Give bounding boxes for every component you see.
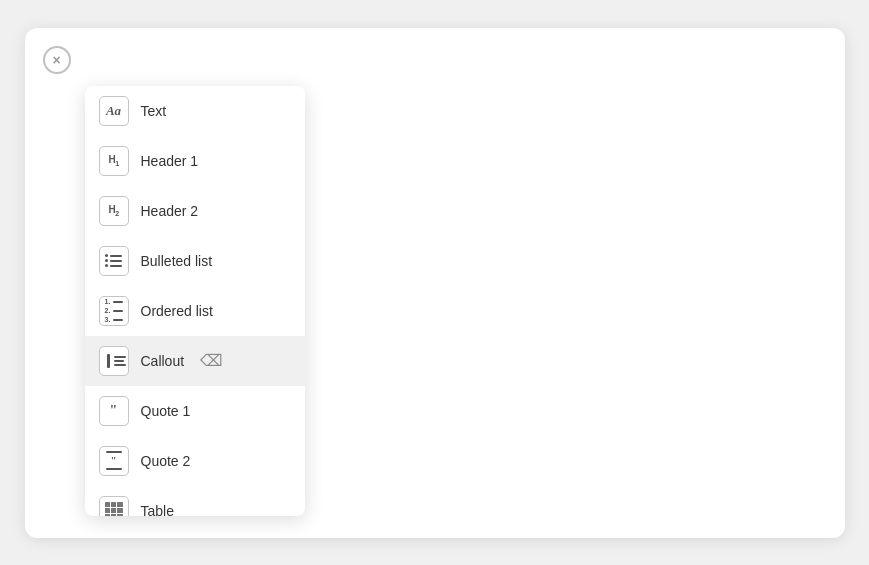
menu-item-quote1[interactable]: " Quote 1 bbox=[85, 386, 305, 436]
close-button[interactable]: × bbox=[43, 46, 71, 74]
header1-icon: H1 bbox=[99, 146, 129, 176]
menu-label-ordered-list: Ordered list bbox=[141, 303, 213, 319]
menu-item-quote2[interactable]: " Quote 2 bbox=[85, 436, 305, 486]
menu-item-bulleted-list[interactable]: Bulleted list bbox=[85, 236, 305, 286]
dropdown-scroll[interactable]: Aa Text H1 Header 1 H2 Header 2 bbox=[85, 86, 305, 516]
menu-item-ordered-list[interactable]: 1. 2. 3. Ordered list bbox=[85, 286, 305, 336]
menu-label-quote1: Quote 1 bbox=[141, 403, 191, 419]
dropdown-menu: Aa Text H1 Header 1 H2 Header 2 bbox=[85, 86, 305, 516]
menu-item-callout[interactable]: Callout ⌫ bbox=[85, 336, 305, 386]
ordered-list-icon: 1. 2. 3. bbox=[99, 296, 129, 326]
menu-item-header2[interactable]: H2 Header 2 bbox=[85, 186, 305, 236]
callout-icon bbox=[99, 346, 129, 376]
menu-label-callout: Callout bbox=[141, 353, 185, 369]
menu-label-bulleted-list: Bulleted list bbox=[141, 253, 213, 269]
bulleted-list-icon bbox=[99, 246, 129, 276]
table-icon bbox=[99, 496, 129, 516]
menu-label-quote2: Quote 2 bbox=[141, 453, 191, 469]
menu-item-text[interactable]: Aa Text bbox=[85, 86, 305, 136]
menu-item-table[interactable]: Table bbox=[85, 486, 305, 516]
menu-label-header2: Header 2 bbox=[141, 203, 199, 219]
cursor-icon: ⌫ bbox=[200, 351, 223, 370]
quote2-icon: " bbox=[99, 446, 129, 476]
menu-label-table: Table bbox=[141, 503, 174, 516]
menu-label-text: Text bbox=[141, 103, 167, 119]
text-icon: Aa bbox=[99, 96, 129, 126]
header2-icon: H2 bbox=[99, 196, 129, 226]
quote1-icon: " bbox=[99, 396, 129, 426]
main-container: × Aa Text H1 Header 1 H2 bbox=[25, 28, 845, 538]
menu-label-header1: Header 1 bbox=[141, 153, 199, 169]
menu-item-header1[interactable]: H1 Header 1 bbox=[85, 136, 305, 186]
